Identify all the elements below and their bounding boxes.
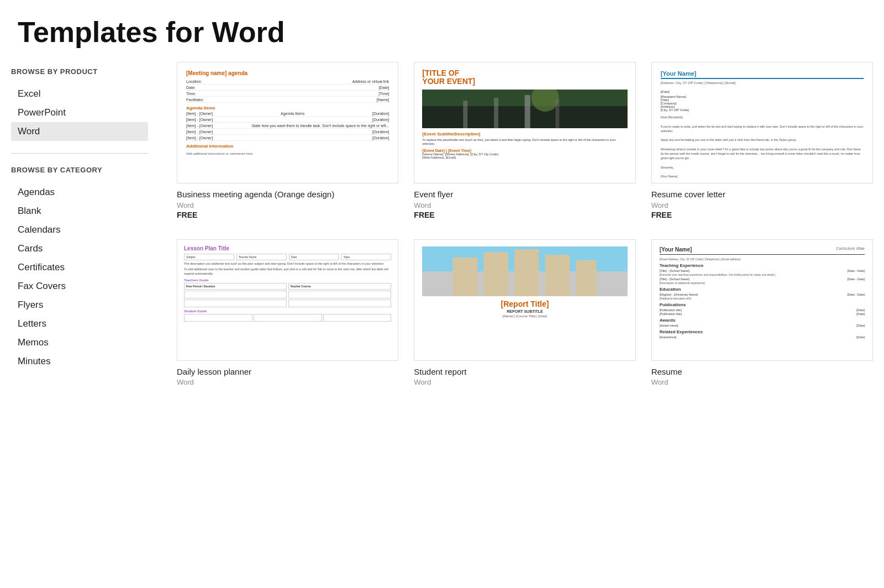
template-preview-agenda: [Meeting name] agenda Location:Address o… <box>177 62 398 183</box>
template-preview-cover-letter: [Your Name] [Address, City, ST ZIP Code]… <box>652 62 872 183</box>
sidebar-divider <box>11 153 148 154</box>
templates-grid: [Meeting name] agenda Location:Address o… <box>177 62 873 387</box>
template-title-lesson: Daily lesson planner <box>177 366 398 377</box>
template-title-report: Student report <box>414 366 635 377</box>
svg-rect-13 <box>576 260 597 296</box>
template-thumbnail-event[interactable]: [TITLE OFYOUR EVENT] <box>414 62 635 183</box>
svg-rect-3 <box>464 101 468 128</box>
sidebar-item-agendas[interactable]: Agendas <box>11 183 148 202</box>
template-title-agenda: Business meeting agenda (Orange design) <box>177 189 398 200</box>
svg-rect-9 <box>453 258 478 296</box>
sidebar-item-word[interactable]: Word <box>11 122 148 141</box>
svg-rect-12 <box>545 255 570 296</box>
template-thumbnail-resume[interactable]: [Your Name] Curriculum Vitae [Street Add… <box>651 239 873 361</box>
template-card-cover-letter[interactable]: [Your Name] [Address, City, ST ZIP Code]… <box>651 62 873 219</box>
main-content: [Meeting name] agenda Location:Address o… <box>166 62 884 387</box>
template-preview-resume: [Your Name] Curriculum Vitae [Street Add… <box>652 240 872 360</box>
svg-rect-5 <box>525 95 530 128</box>
browse-by-product-heading: BROWSE BY PRODUCT <box>11 67 148 77</box>
template-price-event: FREE <box>414 211 635 219</box>
sidebar-item-cards[interactable]: Cards <box>11 239 148 258</box>
svg-rect-11 <box>514 249 539 296</box>
template-preview-lesson: Lesson Plan Title Subject Teacher Name D… <box>177 240 398 360</box>
svg-rect-6 <box>556 99 560 128</box>
page-title: Templates for Word <box>0 0 884 62</box>
template-card-report[interactable]: [Report Title] REPORT SUBTITLE [Name] | … <box>414 239 635 388</box>
sidebar-item-minutes[interactable]: Minutes <box>11 352 148 371</box>
template-product-report: Word <box>414 378 635 386</box>
template-product-resume: Word <box>651 378 873 386</box>
sidebar: BROWSE BY PRODUCT Excel PowerPoint Word … <box>0 62 166 387</box>
template-product-lesson: Word <box>177 378 398 386</box>
template-title-event: Event flyer <box>414 189 635 200</box>
template-thumbnail-report[interactable]: [Report Title] REPORT SUBTITLE [Name] | … <box>414 239 635 361</box>
template-card-resume[interactable]: [Your Name] Curriculum Vitae [Street Add… <box>651 239 873 388</box>
sidebar-item-powerpoint[interactable]: PowerPoint <box>11 103 148 122</box>
sidebar-item-flyers[interactable]: Flyers <box>11 296 148 314</box>
sidebar-item-certificates[interactable]: Certificates <box>11 258 148 277</box>
template-thumbnail-agenda[interactable]: [Meeting name] agenda Location:Address o… <box>177 62 398 183</box>
template-card-lesson[interactable]: Lesson Plan Title Subject Teacher Name D… <box>177 239 398 388</box>
template-product-event: Word <box>414 201 635 209</box>
sidebar-item-fax-covers[interactable]: Fax Covers <box>11 277 148 296</box>
template-title-cover-letter: Resume cover letter <box>651 189 873 200</box>
sidebar-item-blank[interactable]: Blank <box>11 202 148 221</box>
main-layout: BROWSE BY PRODUCT Excel PowerPoint Word … <box>0 62 884 410</box>
sidebar-item-calendars[interactable]: Calendars <box>11 221 148 239</box>
template-price-cover-letter: FREE <box>651 211 873 219</box>
template-thumbnail-lesson[interactable]: Lesson Plan Title Subject Teacher Name D… <box>177 239 398 361</box>
sidebar-item-excel[interactable]: Excel <box>11 85 148 103</box>
template-product-cover-letter: Word <box>651 201 873 209</box>
template-preview-event: [TITLE OFYOUR EVENT] <box>414 62 635 183</box>
template-thumbnail-cover-letter[interactable]: [Your Name] [Address, City, ST ZIP Code]… <box>651 62 873 183</box>
template-title-resume: Resume <box>651 366 873 377</box>
sidebar-item-memos[interactable]: Memos <box>11 333 148 352</box>
template-card-agenda[interactable]: [Meeting name] agenda Location:Address o… <box>177 62 398 219</box>
template-product-agenda: Word <box>177 201 398 209</box>
svg-rect-4 <box>494 98 498 128</box>
sidebar-item-letters[interactable]: Letters <box>11 314 148 333</box>
browse-by-category-heading: BROWSE BY CATEGORY <box>11 166 148 175</box>
template-preview-report: [Report Title] REPORT SUBTITLE [Name] | … <box>414 240 635 360</box>
template-price-agenda: FREE <box>177 211 398 219</box>
svg-rect-10 <box>484 252 509 296</box>
template-card-event[interactable]: [TITLE OFYOUR EVENT] <box>414 62 635 219</box>
